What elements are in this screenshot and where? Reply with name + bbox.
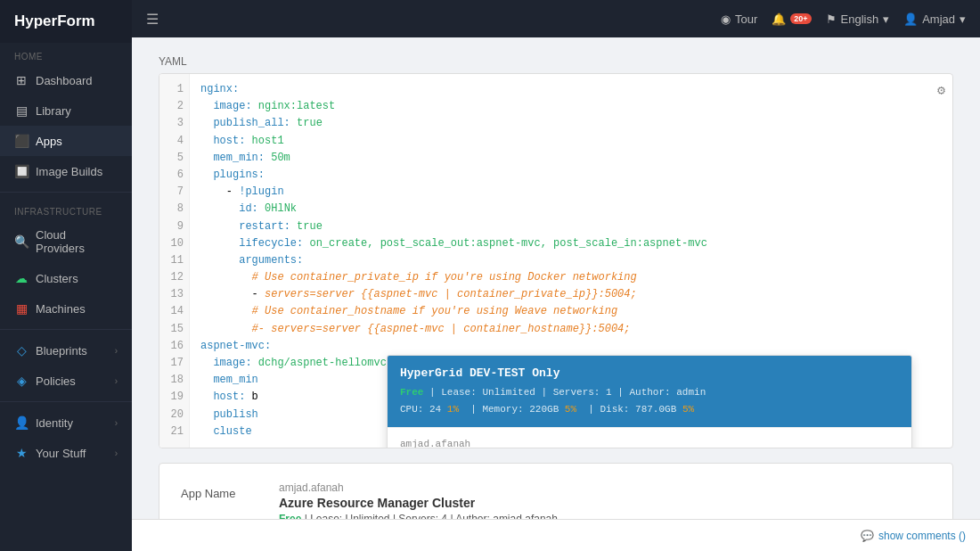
content-area: YAML 12345 678910 1112131415 1617181920 … — [132, 37, 980, 519]
cluster-option-hypergrid[interactable]: HyperGrid DEV-TEST Only Free | Lease: Un… — [388, 356, 911, 428]
apps-icon: ⬛ — [14, 134, 29, 148]
mem-pct: 5% — [565, 404, 576, 415]
topbar-left: ☰ — [146, 11, 159, 28]
menu-icon[interactable]: ☰ — [146, 11, 159, 28]
user-chevron-icon: ▾ — [960, 12, 966, 26]
editor-settings-icon[interactable]: ⚙ — [937, 81, 945, 103]
sidebar-divider-2 — [0, 329, 132, 330]
policies-arrow-icon: › — [115, 376, 118, 386]
app-title: Azure Resource Manager Cluster — [279, 496, 931, 510]
policies-icon: ◈ — [14, 374, 29, 388]
app-detail: Free | Lease: Unlimited | Servers: 4 | A… — [279, 513, 931, 519]
sidebar-item-label: Cloud Providers — [36, 228, 118, 255]
sidebar-divider-3 — [0, 401, 132, 402]
app-name-label: App Name — [181, 481, 261, 500]
blueprints-arrow-icon: › — [115, 346, 118, 356]
app-meta-text: | Lease: — [305, 513, 346, 519]
yaml-editor[interactable]: 12345 678910 1112131415 1617181920 21 ng… — [159, 73, 953, 448]
image-builds-icon: 🔲 — [14, 164, 29, 178]
show-comments-label: show comments () — [878, 530, 966, 542]
sidebar-item-image-builds[interactable]: 🔲 Image Builds — [0, 156, 132, 186]
sidebar-item-blueprints[interactable]: ◇ Blueprints › — [0, 335, 132, 366]
notifications-button[interactable]: 🔔 20+ — [772, 12, 811, 26]
cluster-option-resources: CPU: 24 1% | Memory: 220GB 5% | Disk: 78… — [400, 402, 899, 418]
cluster-lease: | Lease: Unlimited | Servers: 1 | Author… — [429, 387, 706, 398]
yaml-label: YAML — [159, 55, 953, 68]
library-icon: ▤ — [14, 103, 29, 118]
app-logo: HyperForm — [0, 0, 132, 43]
topbar: ☰ ◉ Tour 🔔 20+ ⚑ English ▾ 👤 Amjad ▾ — [132, 0, 980, 37]
user-menu[interactable]: 👤 Amjad ▾ — [903, 12, 966, 26]
show-comments-button[interactable]: 💬 show comments () — [861, 530, 966, 542]
notification-count: 20+ — [790, 13, 811, 24]
cluster-dropdown[interactable]: HyperGrid DEV-TEST Only Free | Lease: Un… — [387, 355, 912, 448]
disk-pct: 5% — [682, 404, 694, 415]
sidebar-item-dashboard[interactable]: ⊞ Dashboard — [0, 65, 132, 95]
sidebar-item-your-stuff[interactable]: ★ Your Stuff › — [0, 438, 132, 468]
blueprints-icon: ◇ — [14, 343, 29, 358]
sidebar-home-label: Home — [0, 43, 132, 65]
comment-icon: 💬 — [861, 530, 874, 542]
user-icon: 👤 — [903, 12, 918, 26]
sidebar: HyperForm Home ⊞ Dashboard ▤ Library ⬛ A… — [0, 0, 132, 551]
sidebar-item-identity[interactable]: 👤 Identity › — [0, 407, 132, 438]
bottom-bar: 💬 show comments () — [132, 519, 980, 551]
cloud-providers-icon: 🔍 — [14, 234, 29, 249]
sidebar-item-label: Identity — [36, 416, 73, 430]
sidebar-item-label: Clusters — [36, 272, 78, 285]
cpu-pct: 1% — [447, 404, 459, 415]
sidebar-item-label: Dashboard — [36, 74, 93, 87]
form-section: App Name amjad.afanah Azure Resource Man… — [159, 463, 953, 519]
app-name-row: App Name amjad.afanah Azure Resource Man… — [181, 481, 931, 519]
dashboard-icon: ⊞ — [14, 73, 29, 87]
cluster-option-meta: Free | Lease: Unlimited | Servers: 1 | A… — [400, 385, 899, 401]
sidebar-item-label: Image Builds — [36, 165, 102, 178]
your-stuff-arrow-icon: › — [115, 448, 118, 458]
sidebar-item-label: Apps — [36, 135, 62, 148]
language-selector[interactable]: ⚑ English ▾ — [826, 12, 890, 26]
user-label: Amjad — [922, 12, 955, 26]
app-name-value: amjad.afanah Azure Resource Manager Clus… — [279, 481, 931, 519]
main-area: ☰ ◉ Tour 🔔 20+ ⚑ English ▾ 👤 Amjad ▾ — [132, 0, 980, 551]
language-chevron-icon: ▾ — [883, 12, 889, 26]
sidebar-item-cloud-providers[interactable]: 🔍 Cloud Providers — [0, 220, 132, 263]
identity-icon: 👤 — [14, 415, 29, 430]
bell-icon: 🔔 — [772, 12, 786, 26]
sidebar-item-library[interactable]: ▤ Library — [0, 95, 132, 126]
topbar-right: ◉ Tour 🔔 20+ ⚑ English ▾ 👤 Amjad ▾ — [721, 12, 966, 26]
cluster-option-azure[interactable]: amjad.afanah Azure Resource Manager Clus… — [388, 428, 911, 448]
clusters-icon: ☁ — [14, 271, 29, 285]
machines-icon: ▦ — [14, 301, 29, 316]
identity-arrow-icon: › — [115, 418, 118, 428]
app-author: amjad.afanah — [279, 481, 931, 494]
sidebar-item-label: Library — [36, 104, 71, 118]
line-numbers: 12345 678910 1112131415 1617181920 21 — [159, 74, 190, 448]
sidebar-divider — [0, 192, 132, 193]
language-icon: ⚑ — [826, 12, 837, 26]
sidebar-item-label: Policies — [36, 374, 76, 388]
sidebar-item-apps[interactable]: ⬛ Apps — [0, 126, 132, 156]
sidebar-item-label: Your Stuff — [36, 447, 86, 460]
sidebar-infra-label: Infrastructure — [0, 198, 132, 220]
your-stuff-icon: ★ — [14, 446, 29, 460]
sidebar-item-clusters[interactable]: ☁ Clusters — [0, 263, 132, 293]
tour-label: Tour — [735, 12, 757, 26]
app-free-badge: Free — [279, 513, 301, 519]
free-badge: Free — [400, 387, 423, 398]
sidebar-item-label: Machines — [36, 302, 86, 316]
cluster-author-prefix: amjad.afanah — [400, 437, 899, 448]
sidebar-item-policies[interactable]: ◈ Policies › — [0, 366, 132, 396]
language-label: English — [841, 12, 879, 26]
sidebar-item-label: Blueprints — [36, 344, 87, 358]
cluster-option-name: HyperGrid DEV-TEST Only — [400, 365, 899, 383]
tour-button[interactable]: ◉ Tour — [721, 12, 757, 26]
sidebar-item-machines[interactable]: ▦ Machines — [0, 293, 132, 324]
tour-icon: ◉ — [721, 12, 731, 26]
